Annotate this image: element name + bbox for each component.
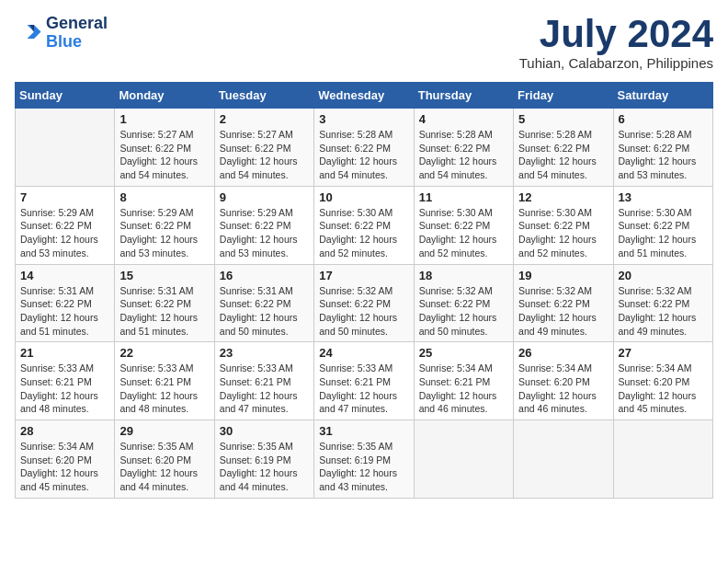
day-info: Sunrise: 5:27 AM Sunset: 6:22 PM Dayligh… [119, 128, 209, 182]
calendar-cell: 19Sunrise: 5:32 AM Sunset: 6:22 PM Dayli… [514, 264, 613, 342]
calendar-table: SundayMondayTuesdayWednesdayThursdayFrid… [15, 82, 713, 499]
calendar-cell: 7Sunrise: 5:29 AM Sunset: 6:22 PM Daylig… [16, 186, 115, 264]
calendar-cell: 22Sunrise: 5:33 AM Sunset: 6:21 PM Dayli… [115, 342, 214, 420]
calendar-cell: 11Sunrise: 5:30 AM Sunset: 6:22 PM Dayli… [414, 186, 513, 264]
weekday-header: Tuesday [214, 83, 313, 109]
calendar-cell: 17Sunrise: 5:32 AM Sunset: 6:22 PM Dayli… [314, 264, 414, 342]
weekday-header: Thursday [414, 83, 513, 109]
day-info: Sunrise: 5:34 AM Sunset: 6:20 PM Dayligh… [619, 362, 708, 416]
day-number: 9 [220, 190, 309, 204]
calendar-cell: 9Sunrise: 5:29 AM Sunset: 6:22 PM Daylig… [214, 186, 313, 264]
day-number: 19 [518, 269, 608, 282]
day-number: 25 [419, 346, 508, 360]
day-info: Sunrise: 5:33 AM Sunset: 6:21 PM Dayligh… [20, 362, 109, 416]
calendar-cell: 21Sunrise: 5:33 AM Sunset: 6:21 PM Dayli… [16, 342, 115, 420]
day-number: 3 [319, 112, 408, 126]
day-number: 20 [619, 269, 708, 282]
day-number: 14 [20, 269, 109, 282]
calendar-cell: 4Sunrise: 5:28 AM Sunset: 6:22 PM Daylig… [414, 109, 513, 187]
calendar-cell: 14Sunrise: 5:31 AM Sunset: 6:22 PM Dayli… [16, 264, 115, 342]
day-number: 26 [518, 346, 608, 360]
day-info: Sunrise: 5:34 AM Sunset: 6:20 PM Dayligh… [20, 440, 109, 494]
logo: General Blue [15, 15, 108, 52]
calendar-cell: 31Sunrise: 5:35 AM Sunset: 6:19 PM Dayli… [314, 420, 414, 499]
calendar-cell: 27Sunrise: 5:34 AM Sunset: 6:20 PM Dayli… [613, 342, 712, 420]
day-number: 18 [419, 269, 508, 282]
day-info: Sunrise: 5:28 AM Sunset: 6:22 PM Dayligh… [319, 128, 408, 182]
day-info: Sunrise: 5:34 AM Sunset: 6:20 PM Dayligh… [518, 362, 608, 416]
day-info: Sunrise: 5:35 AM Sunset: 6:19 PM Dayligh… [319, 440, 408, 494]
calendar-cell: 6Sunrise: 5:28 AM Sunset: 6:22 PM Daylig… [613, 109, 712, 187]
day-number: 16 [220, 269, 309, 282]
day-info: Sunrise: 5:30 AM Sunset: 6:22 PM Dayligh… [619, 206, 708, 260]
calendar-cell: 29Sunrise: 5:35 AM Sunset: 6:20 PM Dayli… [115, 420, 214, 499]
day-number: 22 [119, 346, 209, 360]
day-number: 23 [220, 346, 309, 360]
day-info: Sunrise: 5:27 AM Sunset: 6:22 PM Dayligh… [220, 128, 309, 182]
day-info: Sunrise: 5:31 AM Sunset: 6:22 PM Dayligh… [119, 284, 209, 339]
day-number: 7 [20, 190, 109, 204]
calendar-week-row: 14Sunrise: 5:31 AM Sunset: 6:22 PM Dayli… [16, 264, 713, 342]
day-info: Sunrise: 5:31 AM Sunset: 6:22 PM Dayligh… [20, 284, 109, 339]
calendar-cell: 24Sunrise: 5:33 AM Sunset: 6:21 PM Dayli… [314, 342, 414, 420]
day-info: Sunrise: 5:28 AM Sunset: 6:22 PM Dayligh… [619, 128, 708, 182]
day-number: 8 [119, 190, 209, 204]
day-info: Sunrise: 5:33 AM Sunset: 6:21 PM Dayligh… [119, 362, 209, 416]
day-info: Sunrise: 5:30 AM Sunset: 6:22 PM Dayligh… [419, 206, 508, 260]
calendar-cell: 2Sunrise: 5:27 AM Sunset: 6:22 PM Daylig… [214, 109, 313, 187]
day-number: 17 [319, 269, 408, 282]
day-number: 2 [220, 112, 309, 126]
weekday-header: Wednesday [314, 83, 414, 109]
day-number: 30 [220, 424, 309, 438]
day-number: 15 [119, 269, 209, 282]
day-number: 27 [619, 346, 708, 360]
day-number: 24 [319, 346, 408, 360]
calendar-cell: 18Sunrise: 5:32 AM Sunset: 6:22 PM Dayli… [414, 264, 513, 342]
day-info: Sunrise: 5:32 AM Sunset: 6:22 PM Dayligh… [419, 284, 508, 339]
day-info: Sunrise: 5:35 AM Sunset: 6:20 PM Dayligh… [119, 440, 209, 494]
day-number: 28 [20, 424, 109, 438]
day-info: Sunrise: 5:35 AM Sunset: 6:19 PM Dayligh… [220, 440, 309, 494]
calendar-cell: 26Sunrise: 5:34 AM Sunset: 6:20 PM Dayli… [514, 342, 613, 420]
calendar-week-row: 21Sunrise: 5:33 AM Sunset: 6:21 PM Dayli… [16, 342, 713, 420]
calendar-cell: 10Sunrise: 5:30 AM Sunset: 6:22 PM Dayli… [314, 186, 414, 264]
day-number: 6 [619, 112, 708, 126]
day-info: Sunrise: 5:29 AM Sunset: 6:22 PM Dayligh… [119, 206, 209, 260]
day-number: 11 [419, 190, 508, 204]
calendar-cell: 13Sunrise: 5:30 AM Sunset: 6:22 PM Dayli… [613, 186, 712, 264]
day-number: 4 [419, 112, 508, 126]
logo-general: General [46, 14, 108, 32]
day-info: Sunrise: 5:28 AM Sunset: 6:22 PM Dayligh… [419, 128, 508, 182]
logo-icon [15, 19, 42, 47]
calendar-cell: 16Sunrise: 5:31 AM Sunset: 6:22 PM Dayli… [214, 264, 313, 342]
weekday-header: Saturday [613, 83, 712, 109]
day-info: Sunrise: 5:32 AM Sunset: 6:22 PM Dayligh… [518, 284, 608, 339]
month-title: July 2024 [519, 15, 713, 53]
calendar-cell: 15Sunrise: 5:31 AM Sunset: 6:22 PM Dayli… [115, 264, 214, 342]
day-info: Sunrise: 5:34 AM Sunset: 6:21 PM Dayligh… [419, 362, 508, 416]
day-info: Sunrise: 5:30 AM Sunset: 6:22 PM Dayligh… [518, 206, 608, 260]
day-number: 21 [20, 346, 109, 360]
calendar-cell: 30Sunrise: 5:35 AM Sunset: 6:19 PM Dayli… [214, 420, 313, 499]
day-info: Sunrise: 5:29 AM Sunset: 6:22 PM Dayligh… [20, 206, 109, 260]
calendar-cell [514, 420, 613, 499]
day-info: Sunrise: 5:29 AM Sunset: 6:22 PM Dayligh… [220, 206, 309, 260]
day-number: 12 [518, 190, 608, 204]
calendar-cell: 20Sunrise: 5:32 AM Sunset: 6:22 PM Dayli… [613, 264, 712, 342]
calendar-cell [414, 420, 513, 499]
weekday-header: Monday [115, 83, 214, 109]
day-info: Sunrise: 5:28 AM Sunset: 6:22 PM Dayligh… [518, 128, 608, 182]
day-number: 31 [319, 424, 408, 438]
calendar-cell: 5Sunrise: 5:28 AM Sunset: 6:22 PM Daylig… [514, 109, 613, 187]
calendar-cell: 25Sunrise: 5:34 AM Sunset: 6:21 PM Dayli… [414, 342, 513, 420]
day-info: Sunrise: 5:31 AM Sunset: 6:22 PM Dayligh… [220, 284, 309, 339]
calendar-week-row: 1Sunrise: 5:27 AM Sunset: 6:22 PM Daylig… [16, 109, 713, 187]
weekday-header: Sunday [16, 83, 115, 109]
day-number: 29 [119, 424, 209, 438]
calendar-week-row: 7Sunrise: 5:29 AM Sunset: 6:22 PM Daylig… [16, 186, 713, 264]
calendar-cell: 23Sunrise: 5:33 AM Sunset: 6:21 PM Dayli… [214, 342, 313, 420]
calendar-cell: 3Sunrise: 5:28 AM Sunset: 6:22 PM Daylig… [314, 109, 414, 187]
weekday-header-row: SundayMondayTuesdayWednesdayThursdayFrid… [16, 83, 713, 109]
calendar-cell: 28Sunrise: 5:34 AM Sunset: 6:20 PM Dayli… [16, 420, 115, 499]
page-header: General Blue July 2024 Tuhian, Calabarzo… [15, 15, 713, 71]
